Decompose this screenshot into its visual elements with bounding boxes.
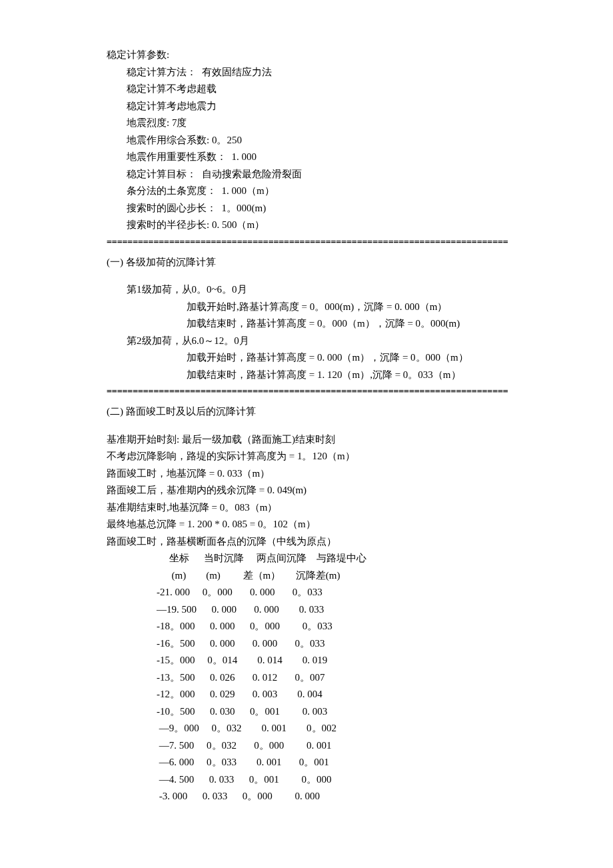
table-row: -12。000 0. 029 0. 003 0. 004 (107, 686, 573, 703)
sec2-line-a: 基准期开始时刻: 最后一级加载（路面施工)结束时刻 (107, 431, 573, 449)
table-row: —9。000 0。032 0. 001 0。002 (107, 720, 573, 737)
params-center-step: 搜索时的圆心步长： 1。000(m) (107, 200, 573, 217)
params-no-overload: 稳定计算不考虑超载 (107, 81, 573, 98)
load-2-head: 第2级加荷，从6.0～12。0月 (107, 333, 573, 350)
table-header-1: 坐标 当时沉降 两点间沉降 与路堤中心 (107, 550, 573, 567)
section-1-title: (一) 各级加荷的沉降计算 (107, 254, 573, 271)
load-1-head: 第1级加荷，从0。0~6。0月 (107, 281, 573, 299)
sec2-line-e: 基准期结束时,地基沉降 = 0。083（m） (107, 499, 573, 517)
table-row: -21. 000 0。000 0. 000 0。033 (107, 584, 573, 601)
table-header-2: (m) (m) 差（m） 沉降差(m) (107, 567, 573, 585)
load-2-start: 加载开始时，路基计算高度 = 0. 000（m），沉降 = 0。000（m） (107, 349, 573, 367)
table-row: -16。500 0. 000 0. 000 0。033 (107, 635, 573, 653)
params-target: 稳定计算目标： 自动搜索最危险滑裂面 (107, 166, 573, 183)
params-coef: 地震作用综合系数: 0。250 (107, 132, 573, 149)
sec2-line-g: 路面竣工时，路基横断面各点的沉降（中线为原点） (107, 533, 573, 551)
load-1-end: 加载结束时，路基计算高度 = 0。000（m），沉降 = 0。000(m) (107, 315, 573, 333)
table-row: —6. 000 0。033 0. 001 0。001 (107, 754, 573, 771)
table-row: -3. 000 0. 033 0。000 0. 000 (107, 788, 573, 805)
params-heading: 稳定计算参数: (107, 47, 573, 64)
params-intensity: 地震烈度: 7度 (107, 115, 573, 132)
table-row: -15。000 0。014 0. 014 0. 019 (107, 652, 573, 669)
table-row: —7. 500 0。032 0。000 0. 001 (107, 737, 573, 755)
params-method: 稳定计算方法： 有效固结应力法 (107, 64, 573, 81)
table-row: -13。500 0. 026 0. 012 0。007 (107, 669, 573, 687)
sec2-line-c: 路面竣工时，地基沉降 = 0. 033（m） (107, 465, 573, 483)
params-radius-step: 搜索时的半径步长: 0. 500（m） (107, 217, 573, 234)
sec2-line-f: 最终地基总沉降 = 1. 200 * 0. 085 = 0。102（m） (107, 516, 573, 533)
load-2-end: 加载结束时，路基计算高度 = 1. 120（m）,沉降 = 0。033（m） (107, 367, 573, 384)
params-strip: 条分法的土条宽度： 1. 000（m） (107, 183, 573, 200)
load-1-start: 加载开始时,路基计算高度 = 0。000(m)，沉降 = 0. 000（m） (107, 299, 573, 316)
table-row: -18。000 0. 000 0。000 0。033 (107, 618, 573, 635)
table-row: -10。500 0. 030 0。001 0. 003 (107, 703, 573, 721)
separator: ========================================… (107, 234, 573, 249)
section-2-title: (二) 路面竣工时及以后的沉降计算 (107, 403, 573, 421)
separator: ========================================… (107, 383, 573, 398)
sec2-line-b: 不考虑沉降影响，路堤的实际计算高度为 = 1。120（m） (107, 448, 573, 465)
sec2-line-d: 路面竣工后，基准期内的残余沉降 = 0. 049(m) (107, 482, 573, 499)
table-row: —4. 500 0. 033 0。001 0。000 (107, 771, 573, 789)
params-seismic: 稳定计算考虑地震力 (107, 98, 573, 115)
params-importance: 地震作用重要性系数： 1. 000 (107, 149, 573, 166)
table-row: —19. 500 0. 000 0. 000 0. 033 (107, 601, 573, 619)
